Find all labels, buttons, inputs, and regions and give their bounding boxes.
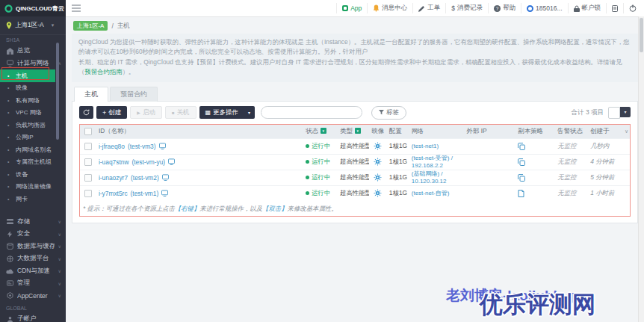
search-input[interactable] <box>261 106 362 119</box>
topbar-help[interactable]: ? 帮助 <box>488 3 521 13</box>
tab-reserved-contracts[interactable]: 预留合约 <box>110 87 158 102</box>
table-row[interactable]: i-uaq7stnw(test-vm-yu) 运行中 超高性能型 1核1G (t… <box>80 154 630 170</box>
replica-clone-icon[interactable] <box>512 174 555 182</box>
page-size-dropdown[interactable]: ▾ <box>620 107 631 117</box>
bullet-icon: • <box>7 147 12 152</box>
table-row[interactable]: i-jfraeq8o(test-vm3) 运行中 超高性能型 1核1G (tes… <box>80 138 630 154</box>
table-row[interactable]: i-unaozyr7(test-vm2) 运行中 超高性能型 1核1G (基础网… <box>80 170 630 185</box>
topbar-logout[interactable] <box>623 3 644 13</box>
filter-icon[interactable]: ▾ <box>321 128 326 134</box>
instance-link[interactable]: i-uaq7stnw(test-vm-yu) <box>99 158 175 166</box>
sidebar-item-dns-alias[interactable]: •内网域名别名 <box>0 143 66 156</box>
sidebar-scrollbar[interactable] <box>56 43 59 140</box>
topbar-billing[interactable]: $ 消费记录 <box>445 3 488 13</box>
replica-doc-icon[interactable] <box>512 190 555 197</box>
sidebar-item-devices[interactable]: •设备 <box>0 168 66 181</box>
logo-text: QINGCLOUD青云 <box>16 4 64 13</box>
qingcloud-logo-icon <box>4 4 13 13</box>
breadcrumb-zone-badge[interactable]: 上海1区-A <box>73 21 108 31</box>
col-type[interactable]: 类型▾ <box>338 127 369 135</box>
topbar-message-center[interactable]: 消息中心 <box>367 3 412 13</box>
created-cell: 4 分钟前 <box>588 158 622 166</box>
terminal-icon[interactable] <box>168 158 175 165</box>
col-image[interactable]: 映像 <box>369 127 387 135</box>
col-ext-ip[interactable]: 外部 IP <box>465 127 513 135</box>
shutdown-button[interactable]: ■关机 <box>165 106 196 119</box>
topbar-docs[interactable] <box>606 3 623 13</box>
sidebar-item-traffic-mirror[interactable]: •网络流量镜像 <box>0 181 66 193</box>
col-status[interactable]: 状态▾ <box>303 127 338 135</box>
page-scrollbar[interactable] <box>638 16 644 322</box>
bullet-icon: • <box>7 73 12 78</box>
replica-clone-icon[interactable] <box>512 158 555 166</box>
network-link[interactable]: (test-net-受管) /192.168.2.2 <box>412 155 453 169</box>
terminal-icon[interactable] <box>161 190 168 196</box>
start-button[interactable]: ▶启动 <box>130 106 162 119</box>
refresh-button[interactable] <box>79 106 93 119</box>
row-checkbox[interactable] <box>80 143 96 150</box>
image-gear-icon <box>369 142 387 150</box>
banner-line2: 长期、稳定的 IT 需求，QingCloud 也支持【预留】计费模式。建议用户对… <box>78 58 622 75</box>
terminal-icon[interactable] <box>159 143 166 149</box>
topbar-account-id[interactable]: 185016... <box>521 3 567 13</box>
config-cell: 1核1G <box>387 158 409 166</box>
sidebar-item-security[interactable]: 安全∨ <box>0 228 66 241</box>
network-link[interactable]: (基础网络) /10.120.30.12 <box>412 170 447 185</box>
status-cell: 运行中 <box>303 158 338 166</box>
row-checkbox[interactable] <box>80 190 96 197</box>
network-link[interactable]: (test-net1) <box>412 143 439 149</box>
col-replica[interactable]: 副本策略 <box>512 127 555 135</box>
sidebar-item-dedicated-host-group[interactable]: •专属宿主机组 <box>0 156 66 169</box>
filter-icon[interactable]: ▾ <box>355 128 361 134</box>
row-checkbox[interactable] <box>80 174 96 182</box>
more-actions-button[interactable]: ▦ 更多操作 ▾ <box>199 106 256 119</box>
instance-link[interactable]: i-y7mxt5rc(test-vm1) <box>99 190 168 197</box>
topbar-tickets[interactable]: 工单 <box>412 3 445 13</box>
sidebar-item-appcenter[interactable]: AppCenter∨ <box>0 290 66 303</box>
col-created[interactable]: 创建于 <box>588 127 622 135</box>
col-config[interactable]: 配置 <box>387 127 409 135</box>
topbar-account-lock[interactable]: 帐户锁 <box>568 3 607 13</box>
instance-link[interactable]: i-unaozyr7(test-vm2) <box>99 174 169 182</box>
network-link[interactable]: (test-net-自管) <box>412 190 450 196</box>
zone-selector[interactable]: 上海1区-A ▾ <box>0 16 66 35</box>
scrollbar-thumb[interactable] <box>640 18 643 52</box>
sidebar-item-cdn[interactable]: CDN与加速∨ <box>0 265 66 278</box>
terminal-icon[interactable] <box>162 174 169 181</box>
page-size-control: ▾ <box>608 107 631 119</box>
col-id[interactable]: ID（名称） <box>96 127 303 135</box>
main-area: App 消息中心 工单 $ 消费记录 ? 帮助 185016... 帐户锁 <box>66 0 644 322</box>
row-checkbox[interactable] <box>80 158 96 166</box>
sidebar-item-storage[interactable]: 存储∨ <box>0 216 66 229</box>
replica-clone-icon[interactable] <box>512 143 555 150</box>
type-cell: 超高性能型 <box>338 173 369 182</box>
sidebar: QINGCLOUD青云 上海1区-A ▾ SH1A 总览 计算与网络 ∧ • 主… <box>0 0 66 322</box>
table-row[interactable]: i-y7mxt5rc(test-vm1) 运行中 超高性能型 1核1G (tes… <box>80 185 630 201</box>
chevron-down-icon: ∨ <box>58 268 66 273</box>
tag-filter-button[interactable]: 标签 <box>371 106 406 120</box>
banner-line1: QingCloud 为您提供一种随时获取的、弹性的计算能力，这种计算能力的体现就… <box>78 38 630 55</box>
chevron-down-icon: ▾ <box>624 109 626 114</box>
sidebar-item-nic[interactable]: •网卡 <box>0 193 66 205</box>
sidebar-item-database-cache[interactable]: 数据库与缓存∨ <box>0 241 66 253</box>
sidebar-item-bigdata[interactable]: 大数据平台∨ <box>0 253 66 265</box>
col-alarm[interactable]: 告警状态 <box>555 127 588 135</box>
logo-bar[interactable]: QINGCLOUD青云 <box>0 0 66 16</box>
tab-hosts[interactable]: 主机 <box>74 87 108 102</box>
monitor-icon <box>6 60 13 66</box>
hamburger-menu-icon[interactable] <box>72 4 81 12</box>
annotation-box-table: ID（名称） 状态▾ 类型▾ 映像 配置 网络 外部 IP 副本策略 告警状态 … <box>79 124 631 217</box>
topbar-app[interactable]: App <box>336 3 367 13</box>
checkbox-icon <box>84 143 92 150</box>
select-all-checkbox[interactable] <box>80 128 96 135</box>
instance-link[interactable]: i-jfraeq8o(test-vm3) <box>99 143 166 150</box>
total-count: 合计 3 项目 <box>572 108 604 117</box>
sidebar-item-management[interactable]: 管理∨ <box>0 277 66 290</box>
cloud-icon <box>6 268 13 274</box>
page-size-value[interactable] <box>608 107 620 119</box>
column-settings-icon[interactable]: ∨ <box>622 129 630 134</box>
create-button[interactable]: +创建 <box>96 106 127 119</box>
sidebar-item-subaccount[interactable]: 子帐户 <box>0 313 66 322</box>
reserved-contract-guide-link[interactable]: 预留合约指南 <box>84 68 122 75</box>
col-network[interactable]: 网络 <box>409 128 465 135</box>
